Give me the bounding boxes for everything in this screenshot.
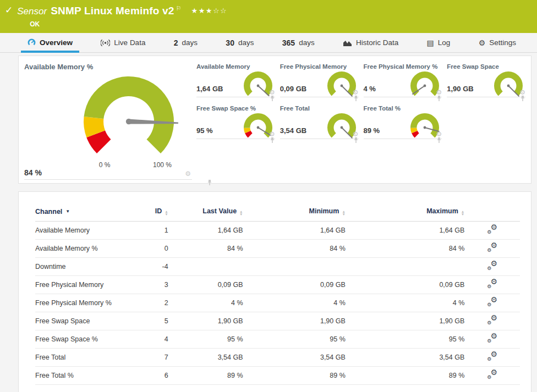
pin-icon[interactable] — [436, 95, 442, 102]
tab-overview[interactable]: Overview — [26, 33, 74, 52]
column-header-minimum[interactable]: Minimum▲▼ — [243, 205, 346, 222]
cell-channel: Free Swap Space % — [35, 330, 129, 349]
sort-arrows-icon[interactable]: ▲▼ — [342, 210, 345, 216]
sensor-status-header: ✓ Sensor SNMP Linux Meminfo v2 ⚐ ★★★☆☆ O… — [0, 0, 537, 33]
cell-minimum: 4 % — [243, 294, 346, 312]
channel-settings-icon[interactable]: ⚙⚙ — [487, 316, 497, 325]
table-row[interactable]: Free Swap Space51,90 GB1,90 GB1,90 GB⚙⚙ — [35, 312, 520, 330]
gauge-needle-hub — [424, 126, 426, 129]
table-row[interactable]: Available Memory %084 %84 %84 %⚙⚙ — [35, 240, 520, 258]
channel-settings-icon[interactable]: ⚙⚙ — [487, 279, 497, 289]
cell-maximum: 95 % — [346, 330, 464, 349]
sort-arrows-icon[interactable]: ▲▼ — [239, 210, 243, 216]
channel-settings-icon[interactable]: ⚙⚙ — [487, 352, 497, 361]
sort-arrows-icon[interactable]: ▲▼ — [461, 210, 464, 216]
small-gauges-grid: Available Memory1,64 GB⚙Free Physical Me… — [196, 63, 525, 179]
pin-icon[interactable] — [270, 95, 275, 102]
cell-id: 1 — [129, 222, 168, 240]
table-row[interactable]: Free Swap Space %495 %95 %95 %⚙⚙ — [35, 330, 520, 349]
gauge-needle-hub — [256, 85, 259, 87]
column-label: Channel — [35, 208, 62, 216]
column-label: ID — [155, 207, 162, 215]
main-gauge-cell[interactable]: Available Memory % 0 % 100 % 84 % ⚙ — [24, 60, 192, 180]
table-row[interactable]: Free Physical Memory %24 %4 %4 %⚙⚙ — [35, 294, 520, 312]
channel-settings-icon[interactable]: ⚙⚙ — [487, 225, 497, 234]
table-row[interactable]: Free Physical Memory30,09 GB0,09 GB0,09 … — [35, 276, 520, 294]
historic-data-icon — [343, 39, 352, 47]
gauge-cell-free-physical-memory[interactable]: Free Physical Memory0,09 GB⚙ — [280, 63, 359, 97]
cell-channel: Free Total — [35, 349, 129, 367]
cell-last-value — [168, 258, 243, 276]
gauge-value: 0,09 GB — [280, 85, 306, 93]
cell-channel: Available Memory % — [35, 240, 129, 258]
content-area: Available Memory % 0 % 100 % 84 % ⚙ Avai… — [0, 53, 537, 392]
gauge-value: 1,64 GB — [196, 85, 223, 93]
pin-icon[interactable] — [436, 137, 442, 143]
channel-settings-icon[interactable]: ⚙⚙ — [487, 334, 497, 343]
priority-stars[interactable]: ★★★☆☆ — [191, 5, 228, 17]
cell-minimum: 1,64 GB — [243, 222, 346, 240]
gauge-value: 1,90 GB — [447, 85, 473, 93]
column-header-maximum[interactable]: Maximum▲▼ — [346, 205, 464, 222]
tab-label: Live Data — [114, 38, 145, 47]
cell-maximum: 89 % — [346, 367, 464, 385]
cell-last-value: 1,90 GB — [168, 312, 243, 330]
column-header-channel[interactable]: Channel▼ — [35, 205, 129, 222]
channel-settings-icon[interactable]: ⚙⚙ — [487, 243, 497, 252]
cell-id: 6 — [129, 367, 168, 385]
tab-30-days[interactable]: 30days — [224, 33, 255, 52]
cell-last-value: 3,54 GB — [168, 349, 243, 367]
sort-caret-icon[interactable]: ▼ — [65, 209, 70, 214]
tab-number: 30 — [226, 38, 234, 47]
cell-minimum: 95 % — [243, 330, 346, 349]
gauge-scale-max: 100 % — [150, 161, 174, 169]
column-header-id[interactable]: ID▲▼ — [129, 205, 168, 222]
tab-log[interactable]: ▤Log — [426, 33, 452, 52]
main-gauge[interactable] — [46, 69, 200, 174]
pin-icon[interactable] — [520, 95, 525, 102]
gauge-scale-min: 0 % — [92, 161, 117, 169]
cell-maximum: 3,54 GB — [346, 349, 464, 367]
tab-historic-data[interactable]: Historic Data — [342, 33, 399, 52]
cell-last-value: 84 % — [168, 240, 243, 258]
gauge-needle-hub — [256, 126, 259, 129]
column-header-last-value[interactable]: Last Value▲▼ — [168, 205, 243, 222]
pin-icon[interactable] — [270, 137, 275, 143]
tab-settings[interactable]: ⚙Settings — [478, 33, 517, 52]
column-header-tools — [464, 205, 520, 222]
gauge-segment-green — [244, 71, 272, 96]
channel-settings-icon[interactable]: ⚙⚙ — [487, 261, 497, 270]
pin-icon[interactable] — [353, 95, 359, 102]
cell-minimum: 1,90 GB — [243, 312, 346, 330]
flag-icon[interactable]: ⚐ — [176, 2, 182, 14]
status-check-icon: ✓ — [5, 5, 13, 33]
tab-2-days[interactable]: 2days — [173, 33, 199, 52]
tab-365-days[interactable]: 365days — [281, 33, 316, 52]
gauge-cell-available-memory[interactable]: Available Memory1,64 GB⚙ — [196, 63, 275, 97]
cell-channel: Free Physical Memory — [35, 276, 129, 294]
gauge-cell-free-total-pct[interactable]: Free Total %89 %⚙ — [364, 105, 442, 139]
tab-label: Log — [438, 38, 451, 47]
gauge-value: 3,54 GB — [280, 126, 306, 135]
table-row[interactable]: Free Total %689 %89 %89 %⚙⚙ — [35, 367, 520, 385]
sort-arrows-icon[interactable]: ▲▼ — [165, 210, 168, 216]
channel-settings-icon[interactable]: ⚙⚙ — [487, 297, 497, 307]
pin-icon[interactable] — [353, 137, 359, 143]
table-row[interactable]: Downtime-4⚙⚙ — [35, 258, 520, 276]
channel-table: Channel▼ID▲▼Last Value▲▼Minimum▲▼Maximum… — [35, 205, 520, 385]
gear-icon[interactable]: ⚙ — [185, 170, 191, 177]
gauge-cell-free-swap-space[interactable]: Free Swap Space1,90 GB⚙ — [447, 63, 525, 97]
pin-icon[interactable] — [207, 179, 212, 186]
channel-settings-icon[interactable]: ⚙⚙ — [487, 370, 497, 379]
tab-label: Overview — [40, 38, 73, 47]
table-row[interactable]: Free Total73,54 GB3,54 GB3,54 GB⚙⚙ — [35, 349, 520, 367]
gauge-cell-free-total[interactable]: Free Total3,54 GB⚙ — [280, 105, 359, 139]
tab-bar: OverviewLive Data2days30days365daysHisto… — [0, 33, 537, 53]
gauge-cell-free-swap-space-pct[interactable]: Free Swap Space %95 %⚙ — [196, 105, 275, 139]
cell-minimum: 84 % — [243, 240, 346, 258]
cell-channel: Free Swap Space — [35, 312, 129, 330]
tab-live-data[interactable]: Live Data — [100, 33, 146, 52]
cell-id: 3 — [129, 276, 168, 294]
gauge-cell-free-physical-memory-pct[interactable]: Free Physical Memory %4 %⚙ — [364, 63, 442, 97]
table-row[interactable]: Available Memory11,64 GB1,64 GB1,64 GB⚙⚙ — [35, 222, 520, 240]
